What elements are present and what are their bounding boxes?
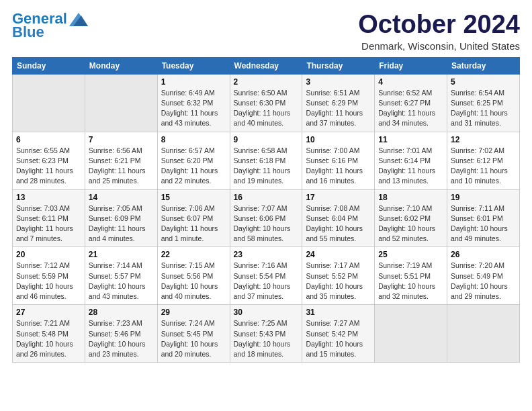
day-number: 31 xyxy=(306,308,371,317)
calendar-cell: 4Sunrise: 6:52 AM Sunset: 6:27 PM Daylig… xyxy=(375,74,447,132)
calendar-cell: 2Sunrise: 6:50 AM Sunset: 6:30 PM Daylig… xyxy=(230,74,302,132)
day-number: 25 xyxy=(378,250,443,259)
calendar-cell: 1Sunrise: 6:49 AM Sunset: 6:32 PM Daylig… xyxy=(157,74,230,132)
header: General Blue October 2024 Denmark, Wisco… xyxy=(12,11,520,52)
day-header-monday: Monday xyxy=(85,57,157,74)
calendar-cell: 25Sunrise: 7:19 AM Sunset: 5:51 PM Dayli… xyxy=(375,247,447,305)
day-info: Sunrise: 7:25 AM Sunset: 5:43 PM Dayligh… xyxy=(234,318,299,359)
day-info: Sunrise: 7:00 AM Sunset: 6:16 PM Dayligh… xyxy=(306,146,371,187)
day-info: Sunrise: 7:05 AM Sunset: 6:09 PM Dayligh… xyxy=(89,203,154,244)
day-number: 13 xyxy=(16,193,81,202)
day-info: Sunrise: 7:08 AM Sunset: 6:04 PM Dayligh… xyxy=(306,203,371,244)
day-number: 21 xyxy=(89,250,154,259)
calendar-cell: 10Sunrise: 7:00 AM Sunset: 6:16 PM Dayli… xyxy=(302,132,375,189)
logo-icon xyxy=(69,13,88,26)
day-info: Sunrise: 7:03 AM Sunset: 6:11 PM Dayligh… xyxy=(16,203,81,244)
calendar-cell: 20Sunrise: 7:12 AM Sunset: 5:59 PM Dayli… xyxy=(13,247,85,305)
calendar-cell xyxy=(375,305,447,363)
day-number: 10 xyxy=(306,135,371,144)
day-info: Sunrise: 6:58 AM Sunset: 6:18 PM Dayligh… xyxy=(234,146,299,187)
day-info: Sunrise: 6:52 AM Sunset: 6:27 PM Dayligh… xyxy=(378,88,443,129)
calendar-week-0: 1Sunrise: 6:49 AM Sunset: 6:32 PM Daylig… xyxy=(13,74,520,132)
calendar-cell: 6Sunrise: 6:55 AM Sunset: 6:23 PM Daylig… xyxy=(13,132,85,189)
calendar-cell xyxy=(13,74,85,132)
day-info: Sunrise: 7:17 AM Sunset: 5:52 PM Dayligh… xyxy=(306,261,371,302)
day-info: Sunrise: 7:16 AM Sunset: 5:54 PM Dayligh… xyxy=(234,261,299,302)
day-number: 14 xyxy=(89,193,154,202)
day-info: Sunrise: 6:49 AM Sunset: 6:32 PM Dayligh… xyxy=(161,88,226,129)
day-number: 24 xyxy=(306,250,371,259)
day-info: Sunrise: 7:10 AM Sunset: 6:02 PM Dayligh… xyxy=(378,203,443,244)
day-number: 5 xyxy=(451,77,516,87)
calendar-cell: 16Sunrise: 7:07 AM Sunset: 6:06 PM Dayli… xyxy=(230,189,302,247)
day-info: Sunrise: 7:02 AM Sunset: 6:12 PM Dayligh… xyxy=(451,146,516,187)
calendar-week-3: 20Sunrise: 7:12 AM Sunset: 5:59 PM Dayli… xyxy=(13,247,520,305)
day-header-thursday: Thursday xyxy=(302,57,375,74)
calendar-cell xyxy=(447,305,520,363)
calendar-header-row: SundayMondayTuesdayWednesdayThursdayFrid… xyxy=(13,57,520,74)
calendar-cell: 11Sunrise: 7:01 AM Sunset: 6:14 PM Dayli… xyxy=(375,132,447,189)
calendar-cell: 28Sunrise: 7:23 AM Sunset: 5:46 PM Dayli… xyxy=(85,305,157,363)
day-number: 27 xyxy=(16,308,81,317)
logo: General Blue xyxy=(12,11,88,40)
day-info: Sunrise: 7:06 AM Sunset: 6:07 PM Dayligh… xyxy=(161,203,226,244)
day-number: 6 xyxy=(16,135,81,144)
calendar-week-1: 6Sunrise: 6:55 AM Sunset: 6:23 PM Daylig… xyxy=(13,132,520,189)
calendar-week-2: 13Sunrise: 7:03 AM Sunset: 6:11 PM Dayli… xyxy=(13,189,520,247)
day-info: Sunrise: 6:56 AM Sunset: 6:21 PM Dayligh… xyxy=(89,146,154,187)
day-info: Sunrise: 7:27 AM Sunset: 5:42 PM Dayligh… xyxy=(306,318,371,359)
calendar-cell: 9Sunrise: 6:58 AM Sunset: 6:18 PM Daylig… xyxy=(230,132,302,189)
day-number: 12 xyxy=(451,135,516,144)
day-number: 1 xyxy=(161,77,226,87)
calendar-cell: 31Sunrise: 7:27 AM Sunset: 5:42 PM Dayli… xyxy=(302,305,375,363)
day-info: Sunrise: 7:19 AM Sunset: 5:51 PM Dayligh… xyxy=(378,261,443,302)
day-info: Sunrise: 7:21 AM Sunset: 5:48 PM Dayligh… xyxy=(16,318,81,359)
calendar-cell: 21Sunrise: 7:14 AM Sunset: 5:57 PM Dayli… xyxy=(85,247,157,305)
day-number: 8 xyxy=(161,135,226,144)
day-number: 3 xyxy=(306,77,371,87)
day-header-sunday: Sunday xyxy=(13,57,85,74)
calendar-cell: 8Sunrise: 6:57 AM Sunset: 6:20 PM Daylig… xyxy=(157,132,230,189)
calendar-cell: 17Sunrise: 7:08 AM Sunset: 6:04 PM Dayli… xyxy=(302,189,375,247)
day-number: 2 xyxy=(234,77,299,87)
calendar-cell: 23Sunrise: 7:16 AM Sunset: 5:54 PM Dayli… xyxy=(230,247,302,305)
day-number: 16 xyxy=(234,193,299,202)
day-info: Sunrise: 6:54 AM Sunset: 6:25 PM Dayligh… xyxy=(451,88,516,129)
day-info: Sunrise: 7:14 AM Sunset: 5:57 PM Dayligh… xyxy=(89,261,154,302)
day-info: Sunrise: 7:07 AM Sunset: 6:06 PM Dayligh… xyxy=(234,203,299,244)
day-number: 23 xyxy=(234,250,299,259)
day-number: 9 xyxy=(234,135,299,144)
calendar-cell xyxy=(85,74,157,132)
calendar-cell: 27Sunrise: 7:21 AM Sunset: 5:48 PM Dayli… xyxy=(13,305,85,363)
calendar-cell: 26Sunrise: 7:20 AM Sunset: 5:49 PM Dayli… xyxy=(447,247,520,305)
day-header-saturday: Saturday xyxy=(447,57,520,74)
title-area: October 2024 Denmark, Wisconsin, United … xyxy=(358,11,520,52)
calendar-cell: 18Sunrise: 7:10 AM Sunset: 6:02 PM Dayli… xyxy=(375,189,447,247)
day-header-friday: Friday xyxy=(375,57,447,74)
month-title: October 2024 xyxy=(358,11,520,39)
location-title: Denmark, Wisconsin, United States xyxy=(358,40,520,52)
day-number: 7 xyxy=(89,135,154,144)
day-number: 18 xyxy=(378,193,443,202)
day-info: Sunrise: 6:51 AM Sunset: 6:29 PM Dayligh… xyxy=(306,88,371,129)
day-info: Sunrise: 7:24 AM Sunset: 5:45 PM Dayligh… xyxy=(161,318,226,359)
day-header-tuesday: Tuesday xyxy=(157,57,230,74)
day-number: 20 xyxy=(16,250,81,259)
calendar-cell: 29Sunrise: 7:24 AM Sunset: 5:45 PM Dayli… xyxy=(157,305,230,363)
day-info: Sunrise: 7:12 AM Sunset: 5:59 PM Dayligh… xyxy=(16,261,81,302)
day-info: Sunrise: 7:20 AM Sunset: 5:49 PM Dayligh… xyxy=(451,261,516,302)
day-number: 28 xyxy=(89,308,154,317)
calendar-week-4: 27Sunrise: 7:21 AM Sunset: 5:48 PM Dayli… xyxy=(13,305,520,363)
day-number: 30 xyxy=(234,308,299,317)
calendar-cell: 22Sunrise: 7:15 AM Sunset: 5:56 PM Dayli… xyxy=(157,247,230,305)
day-number: 11 xyxy=(378,135,443,144)
calendar-cell: 13Sunrise: 7:03 AM Sunset: 6:11 PM Dayli… xyxy=(13,189,85,247)
day-info: Sunrise: 7:01 AM Sunset: 6:14 PM Dayligh… xyxy=(378,146,443,187)
day-number: 22 xyxy=(161,250,226,259)
day-info: Sunrise: 6:55 AM Sunset: 6:23 PM Dayligh… xyxy=(16,146,81,187)
day-number: 17 xyxy=(306,193,371,202)
day-number: 19 xyxy=(451,193,516,202)
calendar-cell: 12Sunrise: 7:02 AM Sunset: 6:12 PM Dayli… xyxy=(447,132,520,189)
calendar-cell: 19Sunrise: 7:11 AM Sunset: 6:01 PM Dayli… xyxy=(447,189,520,247)
day-info: Sunrise: 6:50 AM Sunset: 6:30 PM Dayligh… xyxy=(234,88,299,129)
